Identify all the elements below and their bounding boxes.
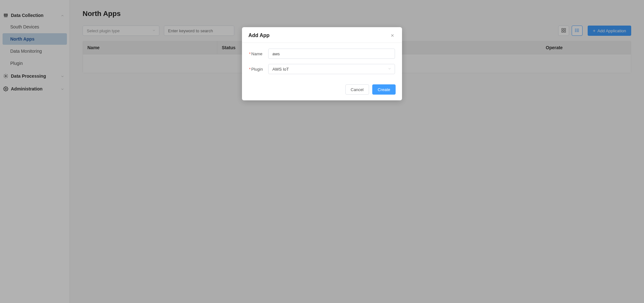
plugin-select[interactable]: AWS IoT xyxy=(268,64,395,74)
required-asterisk: * xyxy=(249,51,251,56)
add-app-modal: Add App *Name *Plugin AWS IoT xyxy=(242,27,402,100)
name-input-wrap xyxy=(268,49,395,59)
chevron-down-icon xyxy=(388,67,391,72)
name-input[interactable] xyxy=(272,49,391,58)
form-row-plugin: *Plugin AWS IoT xyxy=(249,64,395,74)
name-field-label: *Name xyxy=(249,51,268,56)
name-label-text: Name xyxy=(251,51,262,56)
plugin-select-value: AWS IoT xyxy=(272,67,289,72)
modal-title: Add App xyxy=(248,33,270,38)
modal-footer: Cancel Create xyxy=(242,82,402,100)
close-icon[interactable] xyxy=(389,32,396,39)
modal-body: *Name *Plugin AWS IoT xyxy=(242,43,402,82)
modal-header: Add App xyxy=(242,27,402,43)
cancel-button[interactable]: Cancel xyxy=(345,84,369,95)
plugin-field-label: *Plugin xyxy=(249,67,268,72)
required-asterisk: * xyxy=(249,67,251,72)
create-button[interactable]: Create xyxy=(372,84,396,95)
plugin-label-text: Plugin xyxy=(251,67,263,72)
form-row-name: *Name xyxy=(249,49,395,59)
